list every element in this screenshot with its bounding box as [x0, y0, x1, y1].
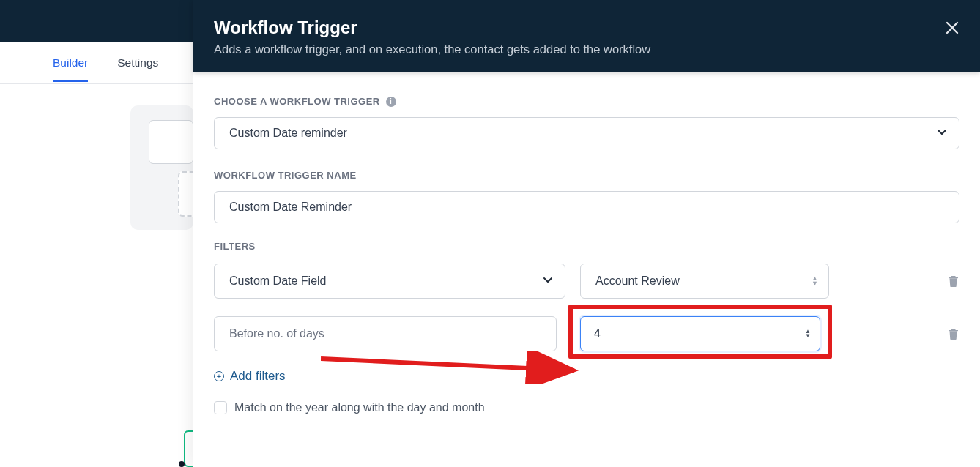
panel-description: Adds a workflow trigger, and on executio… — [214, 42, 959, 56]
workflow-canvas-card — [149, 120, 193, 164]
panel-body: CHOOSE A WORKFLOW TRIGGER i Custom Date … — [193, 72, 980, 414]
plus-circle-icon: + — [214, 371, 224, 381]
choose-trigger-label-text: CHOOSE A WORKFLOW TRIGGER — [214, 96, 380, 107]
chevron-down-icon — [937, 127, 947, 140]
updown-icon: ▲▼ — [812, 276, 818, 286]
choose-trigger-label: CHOOSE A WORKFLOW TRIGGER i — [214, 96, 959, 107]
trash-icon[interactable] — [946, 274, 959, 288]
filter-value-select[interactable]: Account Review ▲▼ — [580, 264, 829, 299]
add-filters-button[interactable]: + Add filters — [214, 369, 959, 384]
filter-field-value: Custom Date Field — [229, 274, 327, 288]
panel-title: Workflow Trigger — [214, 18, 959, 38]
workflow-canvas-dropzone — [178, 171, 193, 217]
match-year-label: Match on the year along with the day and… — [234, 401, 485, 414]
trigger-name-input[interactable]: Custom Date Reminder — [214, 191, 959, 223]
panel-header: Workflow Trigger Adds a workflow trigger… — [193, 0, 980, 72]
number-stepper[interactable]: ▲▼ — [805, 329, 811, 338]
chevron-down-icon — [543, 274, 553, 288]
workflow-trigger-panel: Workflow Trigger Adds a workflow trigger… — [193, 0, 980, 467]
filter-row: Before no. of days 4 ▲▼ — [214, 316, 959, 351]
days-number-input[interactable]: 4 ▲▼ — [580, 316, 820, 351]
workflow-canvas-node — [184, 430, 193, 467]
filters-label: FILTERS — [214, 241, 959, 252]
trigger-name-label: WORKFLOW TRIGGER NAME — [214, 170, 959, 181]
days-value: 4 — [594, 327, 601, 340]
filter-field-select[interactable]: Custom Date Field — [214, 264, 565, 299]
trigger-name-value: Custom Date Reminder — [229, 201, 352, 214]
add-filters-label: Add filters — [230, 369, 286, 384]
tab-builder[interactable]: Builder — [53, 45, 88, 81]
workflow-canvas-connector — [179, 461, 185, 467]
close-icon[interactable] — [945, 20, 959, 38]
filter-row: Custom Date Field Account Review ▲▼ — [214, 264, 959, 299]
filters-section: FILTERS Custom Date Field Account Review… — [214, 241, 959, 414]
trigger-select-value: Custom Date reminder — [229, 127, 347, 140]
match-year-checkbox-row: Match on the year along with the day and… — [214, 401, 959, 414]
filter-value-text: Account Review — [595, 274, 680, 288]
trigger-select[interactable]: Custom Date reminder — [214, 117, 959, 149]
trash-icon[interactable] — [946, 327, 959, 340]
app-header-left — [0, 0, 193, 42]
info-icon[interactable]: i — [386, 97, 396, 107]
filter-value-wrapper: 4 ▲▼ — [571, 316, 829, 351]
tabs-bar: Builder Settings — [0, 42, 193, 84]
filter-field-select[interactable]: Before no. of days — [214, 316, 557, 351]
filter-field-value: Before no. of days — [229, 327, 324, 340]
tab-settings[interactable]: Settings — [117, 45, 158, 81]
match-year-checkbox[interactable] — [214, 401, 227, 414]
